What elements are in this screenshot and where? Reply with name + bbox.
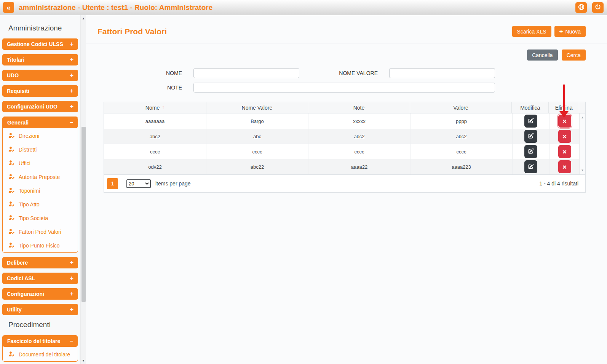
cell-modifica bbox=[512, 159, 549, 174]
cell-valore: cccc bbox=[410, 144, 512, 159]
sidebar-menu-label: Generali bbox=[7, 120, 29, 126]
column-header-nome-valore[interactable]: Nome Valore bbox=[206, 102, 308, 113]
sidebar-menu-fascicolo-del-titolare[interactable]: Fascicolo del titolare− bbox=[3, 335, 78, 347]
cross-icon: × bbox=[562, 163, 567, 171]
sidebar-item-uffici[interactable]: Uffici bbox=[3, 156, 78, 170]
edit-row-button[interactable] bbox=[524, 130, 537, 143]
annotation-arrow-shaft bbox=[563, 85, 565, 112]
download-xls-button[interactable]: Scarica XLS bbox=[512, 26, 551, 37]
scroll-up-icon[interactable]: ▲ bbox=[580, 116, 585, 119]
items-per-page-label: items per page bbox=[155, 180, 191, 187]
top-bar: « amministrazione - Utente : test1 - Ruo… bbox=[0, 0, 607, 15]
delete-row-button[interactable]: × bbox=[558, 145, 571, 158]
delete-row-button[interactable]: × bbox=[558, 160, 571, 173]
expand-plus-icon: + bbox=[70, 56, 73, 63]
column-header-note[interactable]: Note bbox=[308, 102, 410, 113]
cell-note: aaaa22 bbox=[308, 159, 410, 174]
edit-row-button[interactable] bbox=[524, 115, 537, 128]
cell-modifica bbox=[512, 144, 549, 159]
sidebar-item-autorita-preposte[interactable]: Autorita Preposte bbox=[3, 170, 78, 184]
main-content: Fattori Prod Valori Scarica XLS + Nuova … bbox=[86, 15, 607, 364]
new-item-label: Nuova bbox=[565, 29, 581, 35]
pen-square-icon bbox=[528, 118, 534, 125]
sidebar-menu-codici-asl[interactable]: Codici ASL+ bbox=[2, 273, 78, 284]
search-button[interactable]: Cerca bbox=[562, 49, 586, 61]
filter-actions: Cancella Cerca bbox=[104, 49, 586, 61]
pen-square-icon bbox=[528, 148, 534, 155]
sidebar-item-toponimi[interactable]: Toponimi bbox=[3, 184, 78, 198]
clear-button[interactable]: Cancella bbox=[527, 49, 557, 61]
collapse-minus-icon: − bbox=[70, 119, 73, 126]
sidebar-menu-utility[interactable]: Utility+ bbox=[2, 304, 78, 315]
grid-header-row: Nome↑Nome ValoreNoteValoreModificaElimin… bbox=[104, 102, 585, 113]
logout-button[interactable] bbox=[592, 2, 604, 13]
sidebar-menu-delibere[interactable]: Delibere+ bbox=[2, 257, 78, 268]
sidebar-heading-procedimenti: Procedimenti bbox=[8, 321, 80, 329]
sidebar-menu-label: Configurazioni UDO bbox=[7, 104, 58, 110]
sidebar-item-label: Autorita Preposte bbox=[19, 174, 60, 180]
sidebar-item-direzioni[interactable]: Direzioni bbox=[3, 129, 78, 143]
sidebar-menu-group-bottom: Delibere+Codici ASL+Configurazioni+Utili… bbox=[0, 257, 80, 315]
edit-row-button[interactable] bbox=[524, 160, 537, 173]
sidebar-menu-udo[interactable]: UDO+ bbox=[2, 70, 78, 81]
cell-note: cccc bbox=[308, 144, 410, 159]
collapse-minus-icon: − bbox=[70, 338, 73, 345]
note-input[interactable] bbox=[193, 83, 495, 93]
new-item-button[interactable]: + Nuova bbox=[554, 26, 586, 37]
sidebar-item-tipo-atto[interactable]: Tipo Atto bbox=[3, 198, 78, 211]
sidebar-item-label: Fattori Prod Valori bbox=[19, 229, 61, 235]
scroll-down-icon[interactable]: ▼ bbox=[81, 359, 86, 362]
sidebar-menu-titolari[interactable]: Titolari+ bbox=[2, 54, 78, 65]
page-1-button[interactable]: 1 bbox=[107, 178, 118, 189]
column-header-label: Note bbox=[353, 105, 365, 111]
sidebar-item-tipo-punto-fisico[interactable]: Tipo Punto Fisico bbox=[3, 239, 78, 252]
user-edit-icon bbox=[8, 201, 15, 208]
user-edit-icon bbox=[8, 215, 15, 222]
nome-valore-input[interactable] bbox=[389, 68, 495, 78]
column-header-modifica[interactable]: Modifica bbox=[511, 102, 548, 113]
edit-row-button[interactable] bbox=[524, 145, 537, 158]
form-row-2: NOTE bbox=[104, 83, 586, 93]
sidebar-scrollbar[interactable]: ▲ ▼ bbox=[80, 15, 86, 364]
form-row-1: NOME NOME VALORE bbox=[104, 68, 586, 78]
sidebar-menu-configurazioni[interactable]: Configurazioni+ bbox=[2, 288, 78, 300]
cell-valore: abc2 bbox=[410, 129, 512, 144]
cell-nome-valore: abc22 bbox=[206, 159, 308, 174]
scroll-down-icon[interactable]: ▼ bbox=[580, 169, 585, 172]
expand-plus-icon: + bbox=[70, 275, 73, 282]
sidebar-item-fattori-prod-valori[interactable]: Fattori Prod Valori bbox=[3, 225, 78, 239]
sidebar-menu-requisiti[interactable]: Requisiti+ bbox=[2, 85, 78, 97]
scroll-up-icon[interactable]: ▲ bbox=[81, 17, 86, 20]
sidebar-scrollbar-thumb[interactable] bbox=[81, 127, 86, 302]
cell-nome-valore: abc bbox=[206, 129, 308, 144]
sidebar-menu-label: Fascicolo del titolare bbox=[7, 338, 60, 344]
expand-plus-icon: + bbox=[70, 41, 73, 48]
grid-body: aaaaaaaBargoxxxxxpppp×abc2abcabc2abc2×cc… bbox=[104, 113, 585, 174]
page-header: Fattori Prod Valori Scarica XLS + Nuova bbox=[86, 15, 607, 43]
sidebar-menu-generali[interactable]: Generali− bbox=[3, 117, 78, 128]
sidebar-menu-configurazioni-udo[interactable]: Configurazioni UDO+ bbox=[2, 101, 78, 112]
cell-nome-valore: Bargo bbox=[206, 113, 308, 129]
cell-elimina: × bbox=[549, 144, 580, 159]
column-header-label: Modifica bbox=[520, 105, 540, 111]
nome-input[interactable] bbox=[193, 68, 299, 78]
sidebar-item-distretti[interactable]: Distretti bbox=[3, 143, 78, 156]
sidebar-collapse-button[interactable]: « bbox=[3, 2, 14, 13]
sidebar-menu-gestione-codici-ulss[interactable]: Gestione Codici ULSS+ bbox=[2, 38, 78, 50]
sidebar-menu-label: Codici ASL bbox=[7, 275, 35, 281]
topbar-actions bbox=[575, 2, 604, 13]
sidebar-menu-group-top: Gestione Codici ULSS+Titolari+UDO+Requis… bbox=[0, 38, 80, 112]
language-button[interactable] bbox=[575, 2, 587, 13]
sidebar-item-tipo-societa[interactable]: Tipo Societa bbox=[3, 211, 78, 225]
column-header-valore[interactable]: Valore bbox=[410, 102, 512, 113]
sidebar-item-label: Documenti del titolare bbox=[19, 351, 70, 358]
column-header-nome[interactable]: Nome↑ bbox=[104, 102, 206, 113]
page-size-select[interactable]: 20 bbox=[126, 179, 151, 188]
delete-row-button[interactable]: × bbox=[558, 130, 571, 143]
power-icon bbox=[595, 4, 601, 11]
grid-scrollbar[interactable]: ▲▼ bbox=[579, 113, 585, 174]
sidebar-heading-amministrazione: Amministrazione bbox=[8, 24, 80, 32]
sidebar-menu-label: Titolari bbox=[7, 57, 24, 63]
sidebar-item-documenti-del-titolare[interactable]: Documenti del titolare bbox=[3, 348, 78, 361]
user-edit-icon bbox=[8, 242, 15, 249]
